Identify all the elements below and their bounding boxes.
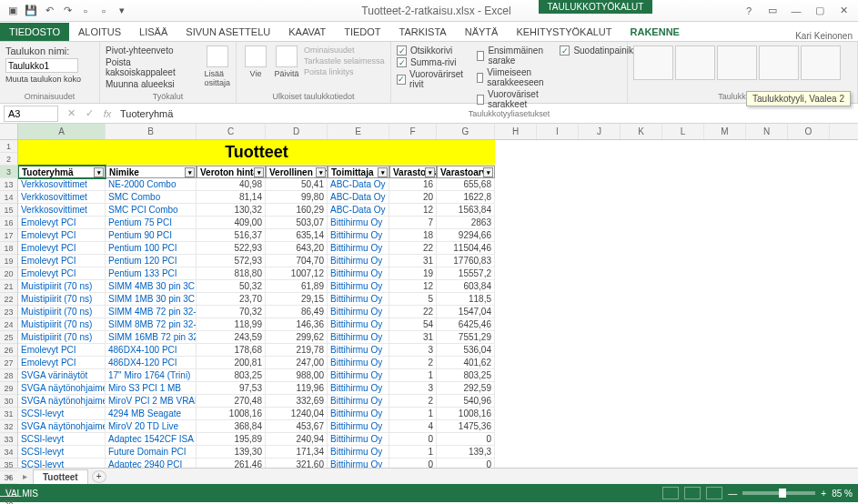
cell[interactable]: Bittihirmu Oy	[328, 318, 389, 331]
cell[interactable]: 292,59	[437, 382, 495, 395]
cell[interactable]: 803,25	[197, 369, 266, 382]
cell[interactable]: 818,80	[197, 267, 266, 280]
row-header[interactable]: 19	[0, 255, 17, 267]
cell[interactable]: Pentium 90 PCI	[106, 229, 197, 242]
cell[interactable]: Bittihirmu Oy	[328, 369, 389, 382]
dedup-button[interactable]: Poista kaksoiskappaleet	[106, 57, 198, 77]
cell[interactable]: 2	[389, 395, 437, 408]
cell[interactable]: 4294 MB Seagate	[106, 408, 197, 420]
cell[interactable]: Bittihirmu Oy	[328, 446, 389, 459]
cell[interactable]: 1547,04	[437, 306, 495, 318]
cell[interactable]: Bittihirmu Oy	[328, 420, 389, 433]
cell[interactable]: 1	[389, 369, 437, 382]
col-header[interactable]: J	[579, 124, 621, 139]
cell[interactable]: Emolevyt PCI	[18, 242, 106, 255]
cell[interactable]: 1475,36	[437, 420, 495, 433]
bandedcols-checkbox[interactable]	[477, 95, 484, 105]
row-header[interactable]: 35	[0, 459, 17, 471]
help-icon[interactable]: ?	[738, 3, 760, 19]
filter-dropdown-icon[interactable]: ▾	[254, 167, 264, 177]
export-button[interactable]: Vie	[242, 45, 269, 78]
cell[interactable]: 54	[389, 318, 437, 331]
cell[interactable]: SCSI-levyt	[18, 433, 106, 446]
cell[interactable]: SIMM 1MB 30 pin 3C	[106, 293, 197, 306]
cell[interactable]: Muistipiirit (70 ns)	[18, 331, 106, 344]
zoom-out-icon[interactable]: —	[728, 489, 737, 499]
cell[interactable]: 0	[437, 433, 495, 446]
cell[interactable]: 516,37	[197, 229, 266, 242]
cell[interactable]: 3	[389, 382, 437, 395]
cell[interactable]: 243,59	[197, 331, 266, 344]
cell[interactable]: 522,93	[197, 242, 266, 255]
cell[interactable]: 146,36	[266, 318, 328, 331]
cell[interactable]: 1008,16	[197, 408, 266, 420]
tab-home[interactable]: ALOITUS	[69, 23, 130, 41]
cell[interactable]: 29,15	[266, 293, 328, 306]
cell[interactable]: Pentium 120 PCI	[106, 255, 197, 267]
cell[interactable]: Muistipiirit (70 ns)	[18, 280, 106, 293]
cell[interactable]: 704,70	[266, 255, 328, 267]
qat-icon[interactable]: ▫	[78, 4, 93, 18]
table-style-item[interactable]	[759, 45, 799, 80]
cell[interactable]: 1	[389, 446, 437, 459]
row-header[interactable]: 27	[0, 357, 17, 369]
name-box[interactable]	[4, 106, 58, 122]
cell[interactable]: Muistipiirit (70 ns)	[18, 306, 106, 318]
cell[interactable]: 1008,16	[437, 408, 495, 420]
cell[interactable]: Emolevyt PCI	[18, 344, 106, 357]
row-header[interactable]: 13	[0, 178, 17, 191]
firstcol-checkbox[interactable]	[477, 51, 484, 61]
cancel-formula-icon[interactable]: ✕	[62, 107, 80, 119]
header-cell[interactable]: Toimittaja▾	[328, 166, 389, 178]
cell[interactable]: 486DX4-120 PCI	[106, 357, 197, 369]
cell[interactable]: 240,94	[266, 433, 328, 446]
cell[interactable]: 17" Miro 1764 (Trini)	[106, 369, 197, 382]
cell[interactable]: 0	[389, 433, 437, 446]
cell[interactable]: 261,46	[197, 459, 266, 468]
cell[interactable]: Emolevyt PCI	[18, 255, 106, 267]
cell[interactable]: 7551,29	[437, 331, 495, 344]
cell[interactable]: Miro S3 PCI 1 MB	[106, 382, 197, 395]
cell[interactable]: Bittihirmu Oy	[328, 344, 389, 357]
normal-view-icon[interactable]	[662, 487, 679, 499]
cell[interactable]: 15557,2	[437, 267, 495, 280]
cell[interactable]: 18	[389, 229, 437, 242]
cell[interactable]: Bittihirmu Oy	[328, 255, 389, 267]
pagebreak-view-icon[interactable]	[706, 487, 722, 499]
cell[interactable]: 16	[389, 178, 437, 191]
bandedrows-checkbox[interactable]	[397, 75, 406, 85]
table-style-item[interactable]	[801, 45, 841, 80]
tab-file[interactable]: TIEDOSTO	[0, 23, 69, 41]
cell[interactable]: 635,14	[266, 229, 328, 242]
cell[interactable]: SMC PCI Combo	[106, 204, 197, 217]
cell[interactable]: SVGA näytönohjaimet	[18, 382, 106, 395]
col-header[interactable]: K	[621, 124, 662, 139]
row-header[interactable]: 32	[0, 420, 17, 433]
cell[interactable]: 11504,46	[437, 242, 495, 255]
cell[interactable]: Bittihirmu Oy	[328, 395, 389, 408]
cell[interactable]: 178,68	[197, 344, 266, 357]
cell[interactable]: 50,32	[197, 280, 266, 293]
row-header[interactable]: 33	[0, 433, 17, 446]
tab-view[interactable]: NÄYTÄ	[456, 23, 508, 41]
cell[interactable]: 70,32	[197, 306, 266, 318]
zoom-in-icon[interactable]: +	[821, 489, 826, 499]
cell[interactable]: 1007,12	[266, 267, 328, 280]
tab-formulas[interactable]: KAAVAT	[279, 23, 335, 41]
cell[interactable]: 31	[389, 255, 437, 267]
filter-dropdown-icon[interactable]: ▾	[316, 167, 326, 177]
filter-dropdown-icon[interactable]: ▾	[378, 167, 388, 177]
cell[interactable]: 9294,66	[437, 229, 495, 242]
row-header[interactable]: 18	[0, 242, 17, 255]
col-header[interactable]: M	[704, 124, 746, 139]
header-cell[interactable]: Veroton hinta▾	[197, 166, 266, 178]
cell[interactable]: 139,30	[197, 446, 266, 459]
cell[interactable]: Bittihirmu Oy	[328, 357, 389, 369]
row-header[interactable]: 2	[0, 153, 17, 166]
table-style-item[interactable]	[675, 45, 715, 80]
cell[interactable]: Bittihirmu Oy	[328, 306, 389, 318]
cell[interactable]: 22	[389, 306, 437, 318]
row-header[interactable]: 28	[0, 369, 17, 382]
cell[interactable]: 86,49	[266, 306, 328, 318]
cell[interactable]: ABC-Data Oy	[328, 178, 389, 191]
